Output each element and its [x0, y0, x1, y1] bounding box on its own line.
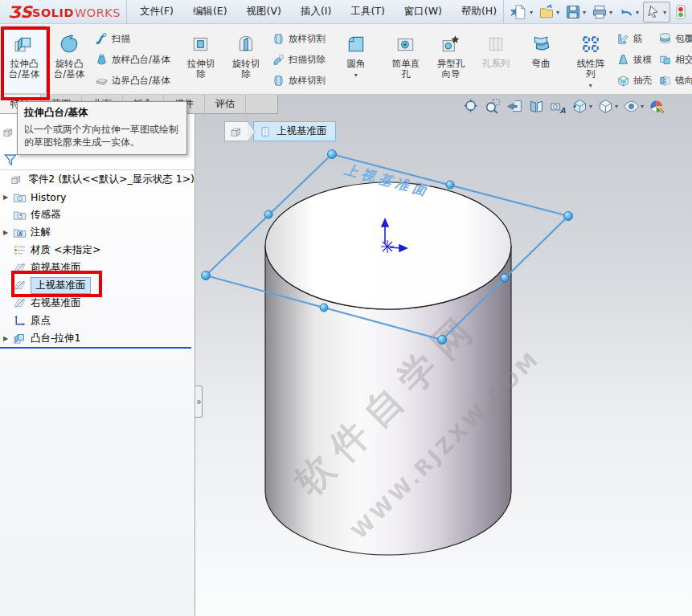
ribbon-button-shell[interactable]: 抽壳	[616, 71, 652, 90]
menu-编辑E[interactable]: 编辑(E)	[193, 5, 227, 18]
plane-handle[interactable]	[564, 212, 573, 221]
tree-item-label: 凸台-拉伸1	[31, 332, 80, 345]
dropdown-caret-icon[interactable]: ▾	[581, 9, 588, 16]
select-cursor-button[interactable]: ▾	[643, 2, 670, 22]
view-orientation-button[interactable]: ▾	[571, 98, 592, 115]
save-button[interactable]: ▾	[563, 2, 589, 22]
hide-show-items-button[interactable]: ▾	[623, 98, 644, 115]
dropdown-caret-icon[interactable]: ▾	[589, 82, 592, 89]
dropdown-caret-icon[interactable]: ▾	[555, 9, 561, 16]
breadcrumb-label: 上视基准面	[276, 124, 327, 138]
dropdown-caret-icon[interactable]: ▾	[615, 103, 618, 110]
tree-item-origin[interactable]: 原点	[0, 312, 194, 329]
ribbon-button-simple-hole[interactable]: 简单直 孔	[383, 26, 428, 94]
print-button[interactable]: ▾	[590, 2, 616, 22]
tree-item-material[interactable]: 材质 <未指定>	[0, 241, 194, 259]
plane-handle[interactable]	[446, 181, 454, 189]
ribbon-button-boundary-boss[interactable]: 边界凸台/基体	[95, 71, 170, 90]
feature-tree: 零件2 (默认<<默认>_显示状态 1>)▶History传感器▶A注解材质 <…	[0, 170, 194, 347]
dropdown-caret-icon[interactable]: ▾	[608, 9, 614, 16]
dropdown-caret-icon[interactable]: ▾	[641, 103, 644, 110]
ribbon-button-fillet[interactable]: 圆角▾	[334, 26, 379, 94]
ribbon-button-hole-series[interactable]: 孔系列	[473, 26, 518, 94]
panel-splitter-handle[interactable]	[195, 386, 203, 418]
tab-评估[interactable]: 评估	[205, 95, 246, 113]
previous-view-icon	[506, 98, 523, 115]
dropdown-caret-icon[interactable]: ▾	[589, 103, 592, 110]
plane-handle[interactable]	[328, 150, 337, 159]
ribbon-button-linear-pattern[interactable]: 线性阵 列▾	[568, 26, 613, 94]
dropdown-caret-icon[interactable]: ▾	[354, 71, 358, 79]
tree-item-label: 前视基准面	[31, 261, 81, 275]
ribbon-button-mirror[interactable]: 镜向	[658, 71, 692, 90]
plane-handle[interactable]	[264, 210, 272, 218]
tree-item-history-folder[interactable]: ▶History	[0, 188, 194, 206]
dropdown-caret-icon[interactable]: ▾	[528, 9, 534, 16]
menu-文件F[interactable]: 文件(F)	[140, 5, 174, 18]
ribbon-button-sweep-cut[interactable]: 扫描切除	[272, 51, 326, 69]
zoom-to-fit-button[interactable]	[463, 98, 480, 115]
tree-item-sensors-folder[interactable]: 传感器	[0, 206, 194, 223]
tree-item-plane[interactable]: 前视基准面	[0, 259, 194, 276]
ribbon-button-revolve-cut[interactable]: 旋转切 除	[223, 26, 268, 94]
solidworks-window: ƷS SOLID WORKS 文件(F)编辑(E)视图(V)插入(I)工具(T)…	[0, 0, 692, 616]
dropdown-caret-icon[interactable]: ▾	[661, 9, 668, 16]
view-annotations-icon: A	[550, 98, 567, 115]
ribbon-button-flex[interactable]: 弯曲	[518, 26, 563, 94]
shell-icon	[616, 74, 630, 88]
ribbon-button-extrude-boss[interactable]: 拉伸凸 台/基体	[2, 26, 47, 94]
tree-item-boss-extrude-tree[interactable]: ▶凸台-拉伸1	[0, 329, 194, 347]
ribbon-button-hole-wizard[interactable]: 异型孔 向导	[428, 26, 473, 94]
ribbon-button-wrap[interactable]: 包覆	[658, 30, 692, 48]
undo-button[interactable]: ▾	[616, 2, 642, 22]
menu-工具T[interactable]: 工具(T)	[350, 5, 384, 18]
graphics-area[interactable]: 软件自学网 WWW.RJZXW.COM 上视基准面	[195, 95, 692, 616]
logo-mark: ƷS	[8, 2, 33, 22]
ribbon-button-draft[interactable]: 拔模	[616, 51, 652, 69]
tree-item-label: 原点	[31, 314, 51, 328]
plane-handle[interactable]	[438, 336, 447, 345]
previous-view-button[interactable]	[506, 98, 523, 115]
display-style-icon	[597, 98, 614, 115]
view-annotations-button[interactable]: A	[550, 98, 567, 115]
tree-item-plane[interactable]: 上视基准面	[0, 276, 194, 294]
ribbon-button-loft-cut[interactable]: 放样切割	[272, 30, 326, 48]
display-style-button[interactable]: ▾	[597, 98, 618, 115]
zoom-to-area-button[interactable]	[485, 98, 502, 115]
expand-arrow-icon[interactable]: ▶	[0, 335, 11, 342]
ribbon-button-extrude-cut[interactable]: 拉伸切 除	[178, 26, 223, 94]
ribbon-button-rib[interactable]: 筋	[616, 30, 652, 48]
ribbon-group-4: 线性阵 列▾筋拔模抽壳包覆相交镜向	[568, 26, 692, 94]
tree-item-label: 零件2 (默认<<默认>_显示状态 1>)	[28, 173, 194, 186]
menu-视图V[interactable]: 视图(V)	[247, 5, 281, 18]
plane-handle[interactable]	[202, 271, 211, 280]
expand-arrow-icon[interactable]: ▶	[0, 229, 11, 236]
tree-divider[interactable]	[0, 347, 191, 349]
ribbon-button-loft-boss[interactable]: 放样凸台/基体	[95, 51, 170, 69]
solidworks-resources-button[interactable]	[671, 2, 690, 22]
model-scene[interactable]: 软件自学网 WWW.RJZXW.COM 上视基准面	[195, 95, 692, 616]
tree-item-annotations-folder[interactable]: ▶A注解	[0, 223, 194, 241]
breadcrumb-plane-chip[interactable]: 上视基准面	[253, 121, 336, 141]
svg-text:A: A	[18, 231, 22, 236]
expand-arrow-icon[interactable]: ▶	[0, 194, 11, 201]
edit-appearance-button[interactable]	[649, 98, 665, 115]
plane-handle[interactable]	[320, 304, 328, 312]
open-file-button[interactable]: ▾	[537, 2, 563, 22]
new-file-button[interactable]: ▾	[510, 2, 536, 22]
filter-funnel-icon[interactable]	[3, 153, 18, 167]
intersect-icon	[658, 53, 672, 67]
menu-窗口W[interactable]: 窗口(W)	[404, 5, 442, 18]
selection-breadcrumb[interactable]: 上视基准面	[224, 121, 336, 141]
ribbon-button-revolve-boss[interactable]: 旋转凸 台/基体	[47, 26, 92, 94]
section-view-button[interactable]	[528, 98, 545, 115]
ribbon-button-sweep[interactable]: 扫描	[95, 30, 170, 48]
tree-item-plane[interactable]: 右视基准面	[0, 294, 194, 312]
menu-帮助H[interactable]: 帮助(H)	[461, 5, 497, 18]
dropdown-caret-icon[interactable]: ▾	[634, 9, 641, 16]
plane-handle[interactable]	[501, 274, 509, 282]
ribbon-button-intersect[interactable]: 相交	[658, 51, 692, 69]
tree-item-part[interactable]: 零件2 (默认<<默认>_显示状态 1>)	[0, 170, 194, 188]
ribbon-button-loft-cut[interactable]: 放样切割	[272, 71, 326, 90]
menu-插入I[interactable]: 插入(I)	[301, 5, 331, 18]
